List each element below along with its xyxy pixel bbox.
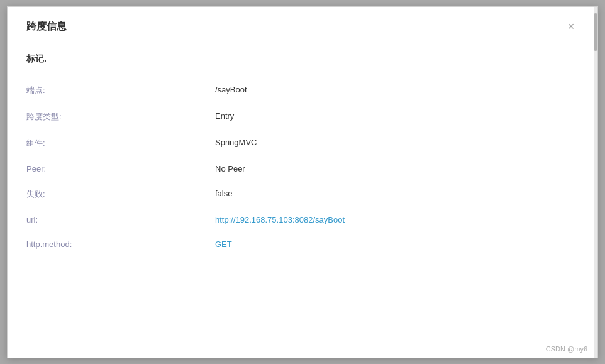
modal-title: 跨度信息 bbox=[26, 20, 67, 33]
field-label-4: 失败: bbox=[26, 189, 215, 200]
info-row: Peer:No Peer bbox=[26, 157, 579, 181]
field-label-1: 跨度类型: bbox=[26, 111, 215, 123]
close-button[interactable]: × bbox=[563, 19, 579, 35]
modal-overlay: 跨度信息 × 标记. 端点:/sayBoot跨度类型:Entry组件:Sprin… bbox=[0, 0, 605, 364]
field-label-6: http.method: bbox=[26, 240, 215, 249]
watermark: CSDN @my6 bbox=[546, 345, 587, 353]
field-value-1: Entry bbox=[215, 111, 579, 121]
info-row: 组件:SpringMVC bbox=[26, 130, 579, 157]
field-label-3: Peer: bbox=[26, 164, 215, 174]
scrollbar[interactable] bbox=[594, 7, 597, 358]
modal-dialog: 跨度信息 × 标记. 端点:/sayBoot跨度类型:Entry组件:Sprin… bbox=[7, 6, 598, 358]
modal-header: 跨度信息 × bbox=[26, 19, 579, 41]
info-row: 失败:false bbox=[26, 181, 579, 207]
scrollbar-thumb[interactable] bbox=[594, 13, 597, 51]
field-value-2: SpringMVC bbox=[215, 138, 579, 147]
info-row: 跨度类型:Entry bbox=[26, 104, 579, 130]
info-row: http.method:GET bbox=[26, 232, 579, 256]
field-label-0: 端点: bbox=[26, 85, 215, 96]
info-table: 端点:/sayBoot跨度类型:Entry组件:SpringMVCPeer:No… bbox=[26, 77, 579, 256]
info-row: url:http://192.168.75.103:8082/sayBoot bbox=[26, 207, 579, 232]
section-label: 标记. bbox=[26, 53, 579, 65]
field-value-3: No Peer bbox=[215, 164, 579, 174]
field-label-2: 组件: bbox=[26, 138, 215, 149]
field-value-6[interactable]: GET bbox=[215, 240, 579, 249]
field-value-5[interactable]: http://192.168.75.103:8082/sayBoot bbox=[215, 215, 579, 224]
info-row: 端点:/sayBoot bbox=[26, 77, 579, 104]
field-value-4: false bbox=[215, 189, 579, 198]
field-value-0: /sayBoot bbox=[215, 85, 579, 94]
field-label-5: url: bbox=[26, 215, 215, 224]
